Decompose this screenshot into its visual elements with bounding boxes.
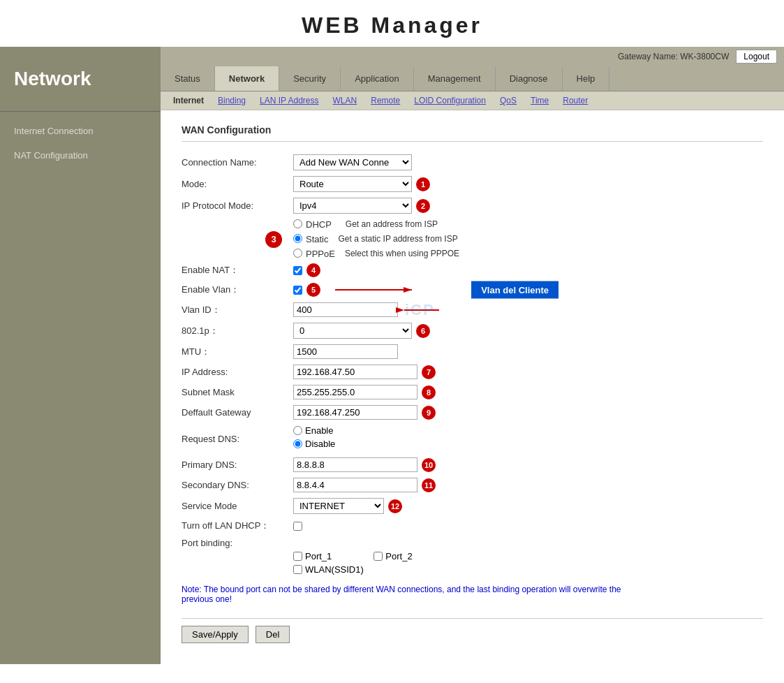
- wlan-binding-row: WLAN(SSID1): [293, 564, 763, 575]
- subtab-qos[interactable]: QoS: [494, 94, 522, 107]
- sidebar-item-nat[interactable]: NAT Configuration: [0, 143, 161, 168]
- primary-dns-row: Primary DNS: 8.8.8.8 10: [182, 457, 763, 472]
- step-badge-5: 5: [306, 283, 320, 297]
- dns-disable-row: Disable: [293, 439, 335, 449]
- subtab-internet[interactable]: Internet: [168, 94, 209, 107]
- subtab-router[interactable]: Router: [557, 94, 593, 107]
- port2-label[interactable]: Port_2: [373, 551, 412, 561]
- pppoe-radio[interactable]: [293, 249, 302, 258]
- subtab-lan-ip[interactable]: LAN IP Address: [254, 94, 325, 107]
- ip-protocol-row: IP Protocol Mode: Ipv4 2: [182, 198, 763, 214]
- sidebar-title: Network: [0, 47, 161, 112]
- tab-status[interactable]: Status: [161, 66, 215, 91]
- dns-disable-radio[interactable]: [293, 439, 302, 448]
- primary-dns-label: Primary DNS:: [182, 460, 293, 470]
- vlan-id-input[interactable]: 400: [293, 302, 398, 317]
- default-gateway-input[interactable]: 192.168.47.250: [293, 405, 417, 420]
- subnet-mask-label: Subnet Mask: [182, 387, 293, 397]
- tab-security[interactable]: Security: [279, 66, 341, 91]
- wlan-checkbox[interactable]: [293, 565, 302, 574]
- step-badge-6: 6: [416, 324, 430, 338]
- dot1p-label: 802.1p：: [182, 325, 293, 337]
- nav-tabs: Status Network Security Application Mana…: [161, 66, 784, 91]
- vlan-callout: Vlan del Cliente: [471, 281, 559, 299]
- del-button[interactable]: Del: [256, 626, 290, 643]
- tab-help[interactable]: Help: [563, 66, 610, 91]
- enable-vlan-checkbox[interactable]: [293, 286, 302, 295]
- step-badge-9: 9: [422, 406, 436, 420]
- tab-network[interactable]: Network: [215, 66, 279, 91]
- tab-application[interactable]: Application: [341, 66, 414, 91]
- port2-checkbox[interactable]: [373, 552, 383, 561]
- dot1p-select[interactable]: 0: [293, 323, 412, 339]
- turn-off-lan-label: Turn off LAN DHCP：: [182, 520, 293, 532]
- dns-enable-row: Enable: [293, 425, 335, 436]
- subtab-wlan[interactable]: WLAN: [327, 94, 363, 107]
- enable-vlan-label: Enable Vlan：: [182, 284, 293, 296]
- step-badge-3: 3: [265, 231, 282, 248]
- app-title: WEB Manager: [0, 0, 784, 47]
- connection-name-select[interactable]: Add New WAN Conne: [293, 154, 412, 170]
- turn-off-lan-checkbox[interactable]: [293, 522, 302, 531]
- dns-disable-label: Disable: [305, 439, 335, 449]
- note-text: Note: The bound port can not be shared b…: [182, 585, 635, 604]
- mtu-row: MTU： 1500: [182, 344, 763, 359]
- port1-checkbox[interactable]: [293, 552, 302, 561]
- ip-protocol-label: IP Protocol Mode:: [182, 200, 293, 211]
- port1-label[interactable]: Port_1: [293, 551, 332, 561]
- turn-off-lan-row: Turn off LAN DHCP：: [182, 520, 763, 532]
- ip-address-label: IP Address:: [182, 367, 293, 377]
- port-binding-section: Port binding: Port_1 Port_2: [182, 538, 763, 575]
- enable-vlan-row: Enable Vlan： 5 Vlan del Cliente: [182, 283, 763, 297]
- service-mode-select[interactable]: INTERNET: [293, 498, 384, 514]
- wlan-label[interactable]: WLAN(SSID1): [293, 564, 763, 575]
- primary-dns-input[interactable]: 8.8.8.8: [293, 457, 417, 472]
- sidebar: Network Internet Connection NAT Configur…: [0, 47, 161, 664]
- subtab-loid[interactable]: LOID Configuration: [408, 94, 491, 107]
- sidebar-nav: Internet Connection NAT Configuration: [0, 112, 161, 175]
- default-gateway-row: Deffault Gateway 192.168.47.250 9: [182, 405, 763, 420]
- subtab-remote[interactable]: Remote: [365, 94, 406, 107]
- secondary-dns-label: Secondary DNS:: [182, 480, 293, 490]
- pppoe-desc: Select this when using PPPOE: [345, 249, 459, 258]
- content-area: Gateway Name: WK-3800CW Logout Status Ne…: [161, 47, 784, 664]
- mode-select[interactable]: Route: [293, 176, 412, 192]
- static-label: Static: [306, 234, 329, 244]
- ip-address-input[interactable]: 192.168.47.50: [293, 365, 417, 379]
- pppoe-label: PPPoE: [306, 249, 335, 259]
- service-mode-label: Service Mode: [182, 501, 293, 511]
- port-binding-label: Port binding:: [182, 538, 293, 548]
- sub-tabs: Internet Binding LAN IP Address WLAN Rem…: [161, 91, 784, 110]
- step-badge-12: 12: [388, 499, 402, 513]
- dns-enable-label: Enable: [305, 425, 333, 436]
- step-badge-11: 11: [422, 478, 436, 492]
- dot1p-row: 802.1p： 0 6: [182, 323, 763, 339]
- mtu-input[interactable]: 1500: [293, 344, 398, 359]
- dhcp-radio[interactable]: [293, 219, 302, 228]
- request-dns-row: Request DNS: Enable Disable: [182, 425, 763, 452]
- tab-management[interactable]: Management: [414, 66, 496, 91]
- ip-protocol-select[interactable]: Ipv4: [293, 198, 412, 214]
- step-badge-10: 10: [422, 458, 436, 472]
- logout-button[interactable]: Logout: [736, 50, 777, 64]
- secondary-dns-input[interactable]: 8.8.4.4: [293, 478, 417, 492]
- tab-diagnose[interactable]: Diagnose: [496, 66, 563, 91]
- save-apply-button[interactable]: Save/Apply: [182, 626, 249, 643]
- step-badge-1: 1: [416, 177, 430, 191]
- step-badge-2: 2: [416, 199, 430, 213]
- vlan-id-label: Vlan ID：: [182, 304, 293, 316]
- sidebar-item-internet[interactable]: Internet Connection: [0, 119, 161, 143]
- subtab-binding[interactable]: Binding: [212, 94, 251, 107]
- subnet-mask-input[interactable]: 255.255.255.0: [293, 385, 417, 399]
- static-radio[interactable]: [293, 234, 302, 243]
- subnet-mask-row: Subnet Mask 255.255.255.0 8: [182, 385, 763, 399]
- subtab-time[interactable]: Time: [525, 94, 554, 107]
- dhcp-desc: Get an address from ISP: [346, 219, 438, 229]
- secondary-dns-row: Secondary DNS: 8.8.4.4 11: [182, 478, 763, 492]
- port-binding-row1: Port_1 Port_2: [293, 551, 763, 561]
- dns-enable-radio[interactable]: [293, 426, 302, 435]
- service-mode-row: Service Mode INTERNET 12: [182, 498, 763, 514]
- mtu-label: MTU：: [182, 346, 293, 358]
- enable-nat-checkbox[interactable]: [293, 266, 302, 275]
- static-desc: Get a static IP address from ISP: [339, 234, 458, 244]
